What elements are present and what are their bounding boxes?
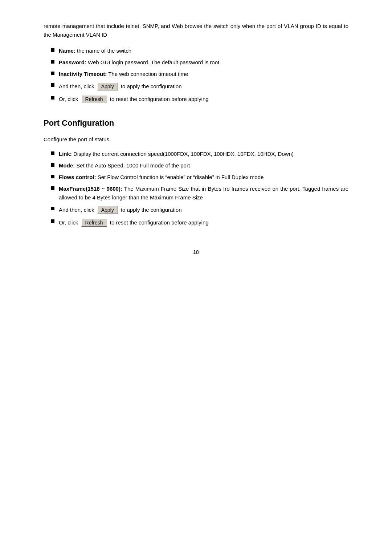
password-item-text: Password: Web GUI login password. The de…	[59, 58, 348, 67]
apply-button-1[interactable]: Apply	[97, 82, 118, 90]
list-item-refresh1: Or, click Refresh to reset the configura…	[51, 94, 348, 104]
apply-button-2[interactable]: Apply	[97, 206, 118, 214]
list-item-name: Name: the name of the switch	[51, 46, 348, 55]
link-bold-label: Link:	[59, 151, 72, 157]
refresh-button-2[interactable]: Refresh	[81, 219, 107, 227]
bullet-icon	[51, 83, 54, 87]
bullet-icon	[51, 96, 54, 100]
link-item-text: Link: Display the current connection spe…	[59, 150, 348, 158]
section1-bullet-list: Name: the name of the switch Password: W…	[51, 46, 348, 104]
inactivity-item-text: Inactivity Timeout: The web connection t…	[59, 70, 348, 78]
page-number: 18	[44, 249, 348, 255]
inactivity-text: The web connection timeout time	[107, 71, 188, 77]
flows-text: Set Flow Control function is “enable” or…	[96, 174, 264, 180]
refresh1-suffix: to reset the configuration before applyi…	[110, 94, 209, 104]
refresh2-suffix: to reset the configuration before applyi…	[110, 218, 209, 227]
port-config-bullet-list: Link: Display the current connection spe…	[51, 150, 348, 227]
list-item-link: Link: Display the current connection spe…	[51, 150, 348, 158]
mode-item-text: Mode: Set the Auto Speed, 1000 Full mode…	[59, 161, 348, 170]
refresh-button-1[interactable]: Refresh	[81, 95, 107, 103]
name-text: the name of the switch	[75, 48, 131, 54]
apply1-prefix: And then, click	[59, 81, 94, 91]
mode-bold-label: Mode:	[59, 162, 75, 169]
apply2-item-text: And then, click Apply to apply the confi…	[59, 205, 348, 215]
list-item-flows: Flows control: Set Flow Control function…	[51, 173, 348, 182]
bullet-icon	[51, 219, 54, 223]
flows-bold-label: Flows control:	[59, 174, 96, 180]
list-item-refresh2: Or, click Refresh to reset the configura…	[51, 218, 348, 227]
mode-text: Set the Auto Speed, 1000 Full mode of th…	[75, 162, 190, 169]
list-item-mode: Mode: Set the Auto Speed, 1000 Full mode…	[51, 161, 348, 170]
refresh1-prefix: Or, click	[59, 94, 78, 104]
refresh2-prefix: Or, click	[59, 218, 78, 227]
apply1-suffix: to apply the configuration	[121, 81, 182, 91]
password-text: Web GUI login password. The default pass…	[86, 59, 219, 65]
refresh2-item-text: Or, click Refresh to reset the configura…	[59, 218, 348, 227]
bullet-icon	[51, 175, 54, 178]
bullet-icon	[51, 72, 54, 75]
list-item-apply1: And then, click Apply to apply the confi…	[51, 81, 348, 91]
bullet-icon	[51, 163, 54, 167]
bullet-icon	[51, 186, 54, 190]
password-bold-label: Password:	[59, 59, 86, 65]
bullet-icon	[51, 151, 54, 155]
name-item-text: Name: the name of the switch	[59, 46, 348, 55]
bullet-icon	[51, 48, 54, 52]
apply1-item-text: And then, click Apply to apply the confi…	[59, 81, 348, 91]
bullet-icon	[51, 207, 54, 210]
page-container: remote management that include telnet, S…	[0, 0, 392, 284]
link-text: Display the current connection speed(100…	[72, 151, 294, 157]
port-config-heading: Port Configuration	[44, 118, 348, 128]
configure-text: Configure the port of status.	[44, 135, 348, 144]
maxframe-bold-label: MaxFrame(1518 ~ 9600):	[59, 186, 122, 192]
bullet-icon	[51, 60, 54, 64]
flows-item-text: Flows control: Set Flow Control function…	[59, 173, 348, 182]
apply2-suffix: to apply the configuration	[121, 205, 182, 215]
name-bold-label: Name:	[59, 48, 75, 54]
maxframe-item-text: MaxFrame(1518 ~ 9600): The Maximum Frame…	[59, 185, 348, 202]
list-item-password: Password: Web GUI login password. The de…	[51, 58, 348, 67]
list-item-apply2: And then, click Apply to apply the confi…	[51, 205, 348, 215]
list-item-inactivity: Inactivity Timeout: The web connection t…	[51, 70, 348, 78]
intro-paragraph: remote management that include telnet, S…	[44, 22, 348, 39]
apply2-prefix: And then, click	[59, 205, 94, 215]
list-item-maxframe: MaxFrame(1518 ~ 9600): The Maximum Frame…	[51, 185, 348, 202]
inactivity-bold-label: Inactivity Timeout:	[59, 71, 107, 77]
refresh1-item-text: Or, click Refresh to reset the configura…	[59, 94, 348, 104]
